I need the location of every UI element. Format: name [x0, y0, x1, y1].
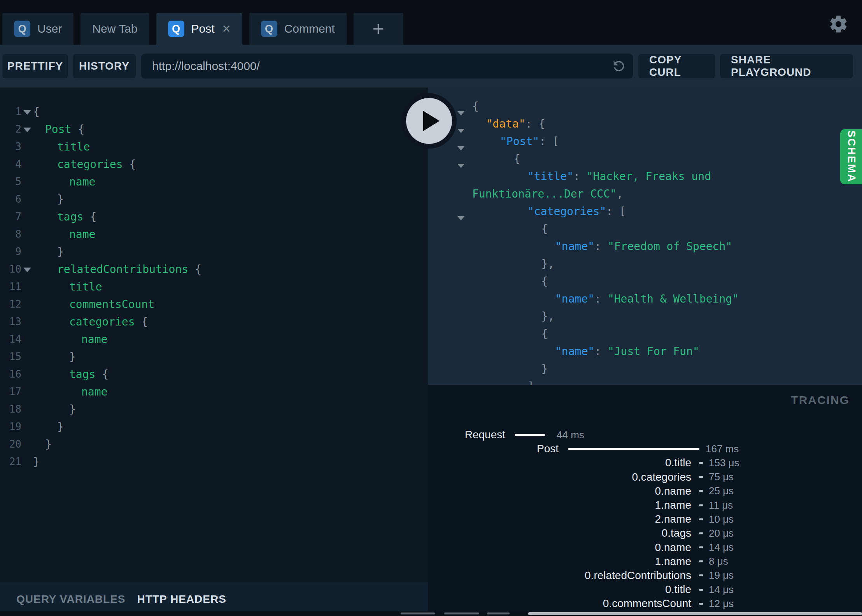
token: {	[78, 123, 84, 136]
line-number: 20	[0, 436, 21, 453]
editor-line[interactable]: 10relatedContributions {	[0, 261, 428, 278]
line-number: 15	[0, 348, 21, 366]
token: Post	[45, 123, 78, 136]
token: {	[102, 368, 109, 381]
response-line: "data": {	[428, 115, 862, 133]
editor-line[interactable]: 14name	[0, 331, 428, 348]
fold-arrow-icon[interactable]	[21, 103, 33, 121]
history-button[interactable]: HISTORY	[73, 54, 136, 78]
fold-arrow-icon[interactable]	[21, 121, 33, 138]
token: {	[514, 152, 520, 165]
tracing-row-value: 44 ms	[557, 429, 584, 441]
fold-spacer	[21, 156, 33, 173]
json-text: "name": "Just For Fun"	[555, 343, 699, 360]
code-text: categories {	[57, 156, 136, 173]
tracing-row-value: 10 μs	[709, 513, 734, 525]
tab-post[interactable]: QPost×	[156, 13, 242, 45]
response-pane: {"data": {"Post": [{"title": "Hacker, Fr…	[428, 88, 862, 385]
editor-line[interactable]: 16tags {	[0, 366, 428, 383]
editor-line[interactable]: 20}	[0, 436, 428, 453]
query-editor-pane[interactable]: 1{2Post {3title4categories {5name6}7tags…	[0, 88, 428, 582]
token: Funktionäre...Der CCC"	[472, 187, 617, 200]
tab-comment[interactable]: QComment	[249, 13, 347, 45]
add-tab-button[interactable]: +	[354, 13, 403, 45]
execute-query-button[interactable]	[401, 93, 457, 149]
tracing-row-label: 2.name	[428, 513, 691, 525]
editor-line[interactable]: 15}	[0, 348, 428, 366]
editor-line[interactable]: 1{	[0, 103, 428, 121]
editor-line[interactable]: 18}	[0, 401, 428, 418]
line-number: 17	[0, 383, 21, 401]
timing-tick	[699, 462, 703, 464]
http-headers-tab[interactable]: HTTP HEADERS	[137, 593, 226, 606]
tracing-row-value: 12 μs	[709, 598, 734, 610]
tracing-row: 0.commentsCount12 μs	[428, 597, 862, 611]
tab-label: Comment	[284, 22, 335, 35]
tracing-panel: TRACING Request44 msPost167 ms0.title153…	[428, 385, 862, 616]
editor-line[interactable]: 17name	[0, 383, 428, 401]
query-badge-icon: Q	[14, 21, 30, 37]
fold-arrow-icon[interactable]	[21, 261, 33, 278]
code-text: {	[33, 103, 40, 121]
token: }	[541, 257, 548, 270]
editor-line[interactable]: 5name	[0, 173, 428, 191]
editor-line[interactable]: 11title	[0, 278, 428, 296]
token: categories	[69, 315, 141, 328]
reload-icon[interactable]	[611, 58, 627, 74]
tab-new-tab[interactable]: New Tab	[81, 13, 149, 45]
settings-gear-icon[interactable]	[829, 14, 849, 34]
fold-spacer	[21, 453, 33, 471]
line-number: 14	[0, 331, 21, 348]
token: {	[538, 117, 545, 130]
endpoint-url-input[interactable]	[141, 54, 633, 79]
token: {	[129, 158, 136, 171]
fold-spacer	[21, 383, 33, 401]
tab-user[interactable]: QUser	[2, 13, 74, 45]
editor-line[interactable]: 8name	[0, 226, 428, 243]
fold-spacer	[21, 401, 33, 418]
line-number: 12	[0, 296, 21, 313]
triangle-down-icon	[23, 128, 31, 132]
code-text: name	[81, 383, 107, 401]
tracing-row: Post167 ms	[428, 442, 862, 456]
query-variables-tab[interactable]: QUERY VARIABLES	[16, 593, 126, 606]
editor-line[interactable]: 2Post {	[0, 121, 428, 138]
tracing-row: 0.name14 μs	[428, 541, 862, 555]
json-text: "name": "Health & Wellbeing"	[555, 290, 739, 308]
horizontal-scrollbar[interactable]	[528, 612, 862, 615]
footer-bar: QUERY VARIABLES HTTP HEADERS	[0, 582, 428, 616]
prettify-button[interactable]: PRETTIFY	[2, 54, 68, 78]
response-line: "name": "Health & Wellbeing"	[428, 290, 862, 308]
tracing-row-label: 0.tags	[428, 527, 691, 539]
editor-line[interactable]: 4categories {	[0, 156, 428, 173]
tracing-row: 0.title14 μs	[428, 583, 862, 597]
schema-side-tab[interactable]: SCHEMA	[840, 129, 862, 184]
json-text: {	[472, 98, 479, 115]
copy-curl-button[interactable]: COPY CURL	[638, 54, 715, 78]
editor-line[interactable]: 12commentsCount	[0, 296, 428, 313]
editor-line[interactable]: 7tags {	[0, 208, 428, 226]
editor-line[interactable]: 19}	[0, 418, 428, 436]
line-number: 18	[0, 401, 21, 418]
response-line: "Post": [	[428, 133, 862, 150]
token: :	[594, 345, 608, 358]
editor-line[interactable]: 13categories {	[0, 313, 428, 331]
tracing-row-label: 0.name	[428, 541, 691, 554]
tracing-row-label: 0.name	[428, 485, 691, 497]
tracing-row-value: 19 μs	[709, 569, 734, 581]
token: {	[472, 100, 479, 113]
token: "name"	[555, 240, 594, 253]
tracing-row-label: Post	[428, 443, 559, 455]
tab-label: User	[37, 22, 62, 35]
editor-line[interactable]: 6}	[0, 191, 428, 208]
tracing-rows: Request44 msPost167 ms0.title153 μs0.cat…	[428, 428, 862, 611]
share-playground-button[interactable]: SHARE PLAYGROUND	[720, 54, 853, 78]
editor-line[interactable]: 9}	[0, 243, 428, 261]
tab-label: New Tab	[92, 22, 137, 35]
response-line: "name": "Freedom of Speech"	[428, 238, 862, 255]
close-tab-icon[interactable]: ×	[223, 22, 231, 36]
editor-line[interactable]: 3title	[0, 138, 428, 156]
editor-line[interactable]: 21}	[0, 453, 428, 471]
tab-bar: QUserNew TabQPost×QComment+	[0, 0, 862, 45]
code-text: }	[69, 401, 76, 418]
